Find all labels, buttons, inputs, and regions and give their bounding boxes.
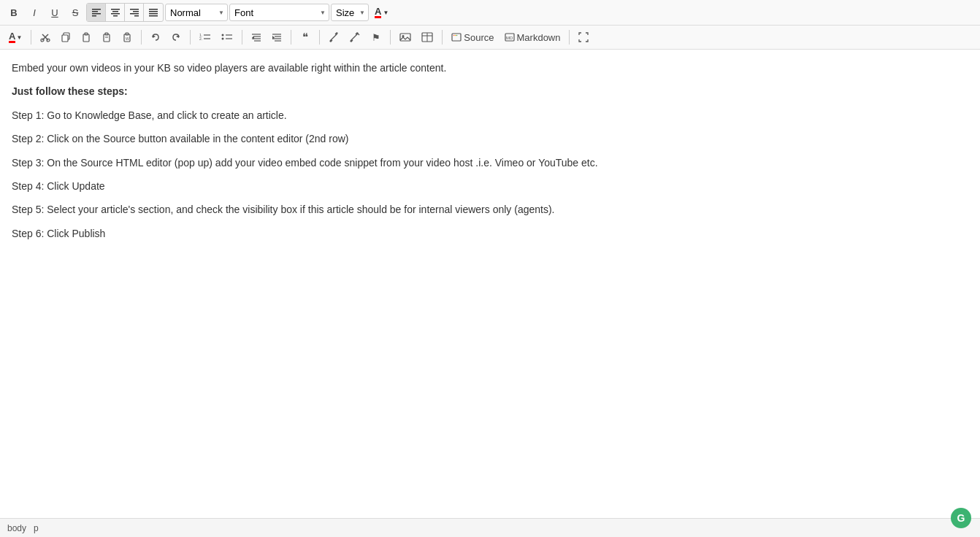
font-color-button[interactable]: A ▼ <box>370 4 393 21</box>
italic-button[interactable]: I <box>25 4 44 21</box>
table-button[interactable] <box>417 28 437 46</box>
content-step2: Step 2: Click on the Source button avail… <box>12 131 968 147</box>
bold-button[interactable]: B <box>4 4 23 21</box>
svg-rect-0 <box>92 9 101 10</box>
svg-rect-10 <box>130 13 139 15</box>
indent-button[interactable] <box>267 28 286 46</box>
font-color-a: A <box>375 7 381 18</box>
paragraph-select[interactable]: Normal Heading 1 Heading 2 Heading 3 <box>165 4 228 21</box>
sep3 <box>190 30 191 45</box>
toolbar-row1: B I U S Normal Heading 1 Heading 2 Headi… <box>0 0 980 26</box>
undo-icon <box>150 32 161 42</box>
font-color-chevron: ▼ <box>383 9 388 16</box>
content-step1: Step 1: Go to Knowledge Base, and click … <box>12 107 968 123</box>
markdown-button[interactable]: MD Markdown <box>500 28 565 46</box>
paste-text-button[interactable] <box>97 28 116 46</box>
outdent-button[interactable] <box>247 28 266 46</box>
unlink-button[interactable] <box>345 28 365 46</box>
markdown-label: Markdown <box>517 32 561 43</box>
underline-button[interactable]: U <box>45 4 64 21</box>
svg-rect-58 <box>452 34 461 41</box>
markdown-icon: MD <box>505 32 515 42</box>
svg-rect-15 <box>149 15 158 17</box>
sep5 <box>291 30 291 45</box>
content-line2: Just follow these steps: <box>12 83 968 99</box>
table-icon <box>421 32 433 42</box>
unordered-list-button[interactable] <box>217 28 237 46</box>
svg-rect-1 <box>92 11 98 12</box>
font-color2-chevron: ▼ <box>16 34 22 41</box>
font-select-wrapper: Font Arial Times New Roman Courier <box>229 4 329 21</box>
cut-button[interactable] <box>36 28 55 46</box>
paste-word-icon: W <box>122 32 132 42</box>
font-color2-button[interactable]: A ▼ <box>4 28 26 46</box>
align-right-button[interactable] <box>125 4 144 21</box>
sep9 <box>569 30 570 45</box>
svg-rect-14 <box>149 13 158 15</box>
align-left-button[interactable] <box>87 4 106 21</box>
unordered-list-icon <box>221 32 233 42</box>
statusbar: body p <box>0 518 980 537</box>
fullscreen-icon <box>578 32 589 42</box>
font-select[interactable]: Font Arial Times New Roman Courier <box>229 4 329 21</box>
blockquote-button[interactable]: ❝ <box>296 28 315 46</box>
paste-button[interactable] <box>77 28 96 46</box>
strikethrough-button[interactable]: S <box>66 4 85 21</box>
content-step6: Step 6: Click Publish <box>12 225 968 242</box>
svg-point-38 <box>222 38 224 40</box>
svg-point-61 <box>456 35 458 36</box>
sep2 <box>141 30 142 45</box>
svg-rect-9 <box>133 11 139 12</box>
content-step4: Step 4: Click Update <box>12 178 968 194</box>
svg-marker-31 <box>176 35 179 38</box>
image-button[interactable] <box>395 28 416 46</box>
size-select[interactable]: Size 8 10 12 14 16 <box>331 4 369 21</box>
sep8 <box>442 30 443 45</box>
svg-rect-3 <box>92 15 96 17</box>
svg-point-59 <box>453 35 455 36</box>
fullscreen-button[interactable] <box>574 28 593 46</box>
anchor-button[interactable]: ⚑ <box>367 28 386 46</box>
sep6 <box>319 30 320 45</box>
content-step3: Step 3: On the Source HTML editor (pop u… <box>12 155 968 171</box>
svg-text:MD: MD <box>506 36 513 40</box>
content-step5: Step 5: Select your article's section, a… <box>12 201 968 217</box>
svg-line-50 <box>332 36 335 39</box>
unlink-icon <box>349 32 361 42</box>
size-select-wrapper: Size 8 10 12 14 16 <box>331 4 369 21</box>
svg-rect-5 <box>112 11 118 12</box>
sep1 <box>31 30 31 45</box>
svg-rect-6 <box>111 13 120 15</box>
statusbar-tag2: p <box>34 523 39 533</box>
undo-button[interactable] <box>146 28 165 46</box>
outdent-icon <box>251 32 261 42</box>
align-center-button[interactable] <box>106 4 125 21</box>
copy-button[interactable] <box>56 28 75 46</box>
sep4 <box>242 30 242 45</box>
svg-rect-4 <box>111 9 120 10</box>
svg-rect-8 <box>130 9 139 10</box>
paste-word-button[interactable]: W <box>118 28 137 46</box>
svg-rect-2 <box>92 13 101 15</box>
redo-button[interactable] <box>166 28 185 46</box>
svg-text:2.: 2. <box>199 36 202 41</box>
image-icon <box>399 32 411 42</box>
svg-text:W: W <box>126 36 129 41</box>
source-button[interactable]: Source <box>447 28 498 46</box>
source-label: Source <box>464 32 494 43</box>
redo-icon <box>171 32 181 42</box>
ordered-list-icon: 1.2. <box>199 32 211 42</box>
svg-line-52 <box>358 34 359 35</box>
link-icon <box>329 32 339 42</box>
link-button[interactable] <box>324 28 343 46</box>
content-line1: Embed your own videos in your KB so vide… <box>12 60 968 76</box>
editor-area[interactable]: Embed your own videos in your KB so vide… <box>0 50 980 518</box>
freshdesk-badge[interactable]: G <box>951 508 971 528</box>
align-justify-button[interactable] <box>144 4 163 21</box>
ordered-list-button[interactable]: 1.2. <box>195 28 215 46</box>
svg-rect-7 <box>113 15 118 17</box>
svg-rect-21 <box>62 35 68 42</box>
font-color2-a: A <box>9 31 15 43</box>
svg-line-51 <box>353 36 356 39</box>
svg-rect-13 <box>149 11 158 12</box>
